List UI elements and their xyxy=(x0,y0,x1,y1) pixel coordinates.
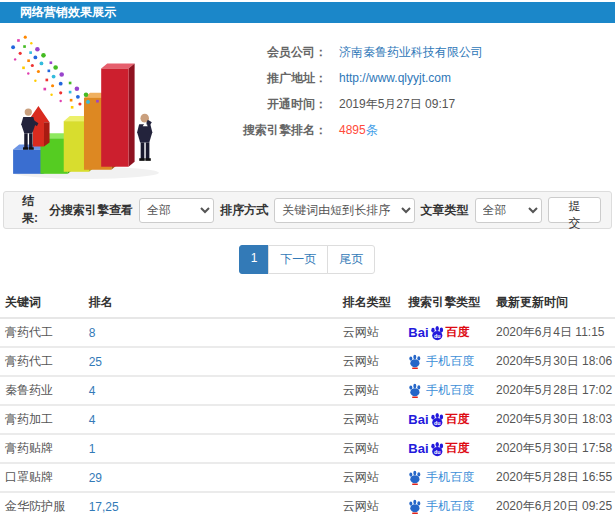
updated-cell: 2020年5月28日 17:02 xyxy=(491,376,615,405)
updated-cell: 2020年6月20日 09:25 xyxy=(491,492,615,520)
rank-type-cell: 云网站 xyxy=(338,376,404,405)
rank-type-cell: 云网站 xyxy=(338,347,404,376)
pagination: 1 下一页 尾页 xyxy=(0,245,615,274)
col-updated: 最新更新时间 xyxy=(491,288,615,318)
col-engine-type: 搜索引擎类型 xyxy=(403,288,491,318)
mobile-baidu-logo: 手机百度 xyxy=(408,382,486,399)
mobile-baidu-logo: 手机百度 xyxy=(408,498,486,515)
col-keyword: 关键词 xyxy=(0,288,84,318)
keyword-cell: 秦鲁药业 xyxy=(0,376,84,405)
rank-link[interactable]: 1 xyxy=(89,442,96,456)
baidu-paw-icon: du xyxy=(430,441,445,457)
engine-rank-unit: 条 xyxy=(366,123,378,137)
keyword-cell: 口罩贴牌 xyxy=(0,463,84,492)
mobile-baidu-logo: 手机百度 xyxy=(408,469,486,486)
rank-link[interactable]: 25 xyxy=(89,355,102,369)
keyword-rank-table: 关键词 排名 排名类型 搜索引擎类型 最新更新时间 膏药代工 8 云网站 Bai… xyxy=(0,288,615,520)
page-last[interactable]: 尾页 xyxy=(327,245,375,274)
company-link[interactable]: 济南秦鲁药业科技有限公司 xyxy=(339,44,483,61)
col-rank: 排名 xyxy=(84,288,338,318)
promo-url-link[interactable]: http://www.qlyyjt.com xyxy=(339,71,451,85)
sort-label: 排序方式 xyxy=(220,202,268,219)
open-time-value: 2019年5月27日 09:17 xyxy=(339,96,455,113)
businessman-right xyxy=(137,114,152,161)
open-time-row: 开通时间： 2019年5月27日 09:17 xyxy=(167,91,607,117)
rank-type-cell: 云网站 xyxy=(338,405,404,434)
table-body: 膏药代工 8 云网站 Bai du 百度 xyxy=(0,318,615,520)
keyword-cell: 膏药代工 xyxy=(0,318,84,347)
mobile-baidu-paw-icon xyxy=(408,470,422,485)
promo-url-label: 推广地址： xyxy=(167,70,327,87)
baidu-logo: Bai du 百度 xyxy=(408,324,486,341)
company-row: 会员公司： 济南秦鲁药业科技有限公司 xyxy=(167,39,607,65)
open-time-label: 开通时间： xyxy=(167,96,327,113)
mobile-baidu-paw-icon xyxy=(408,383,422,398)
table-row: 膏药代工 8 云网站 Bai du 百度 xyxy=(0,318,615,347)
page-title: 网络营销效果展示 xyxy=(0,2,615,23)
article-type-label: 文章类型 xyxy=(421,202,469,219)
updated-cell: 2020年5月28日 16:55 xyxy=(491,463,615,492)
svg-text:du: du xyxy=(434,448,441,454)
baidu-logo: Bai du 百度 xyxy=(408,440,486,457)
svg-text:du: du xyxy=(434,419,441,425)
rank-link[interactable]: 17,25 xyxy=(89,500,119,514)
growth-chart-illustration xyxy=(5,33,167,183)
table-row: 膏药代工 25 云网站 Bai du 百度 xyxy=(0,347,615,376)
table-row: 金华防护服 17,25 云网站 Bai du 百度 xyxy=(0,492,615,520)
filter-bar: 结果: 分搜索引擎查看 全部 排序方式 关键词由短到长排序 文章类型 全部 提交 xyxy=(3,191,612,229)
rank-link[interactable]: 29 xyxy=(89,471,102,485)
engine-rank-count: 4895 xyxy=(339,123,366,137)
table-row: 膏药贴牌 1 云网站 Bai du 百度 xyxy=(0,434,615,463)
keyword-cell: 膏药贴牌 xyxy=(0,434,84,463)
table-row: 膏药加工 4 云网站 Bai du 百度 xyxy=(0,405,615,434)
rank-link[interactable]: 4 xyxy=(89,384,96,398)
rank-type-cell: 云网站 xyxy=(338,492,404,520)
updated-cell: 2020年6月4日 11:15 xyxy=(491,318,615,347)
engine-rank-label: 搜索引擎排名： xyxy=(167,122,327,139)
page-next[interactable]: 下一页 xyxy=(268,245,328,274)
rank-link[interactable]: 4 xyxy=(89,413,96,427)
rank-type-cell: 云网站 xyxy=(338,463,404,492)
mobile-baidu-paw-icon xyxy=(408,499,422,514)
article-type-select[interactable]: 全部 xyxy=(475,198,542,223)
rank-type-cell: 云网站 xyxy=(338,318,404,347)
keyword-cell: 膏药加工 xyxy=(0,405,84,434)
col-rank-type: 排名类型 xyxy=(338,288,404,318)
baidu-paw-icon: du xyxy=(430,412,445,428)
baidu-logo: Bai du 百度 xyxy=(408,411,486,428)
updated-cell: 2020年5月30日 17:58 xyxy=(491,434,615,463)
rank-type-cell: 云网站 xyxy=(338,434,404,463)
keyword-cell: 金华防护服 xyxy=(0,492,84,520)
updated-cell: 2020年5月30日 18:06 xyxy=(491,347,615,376)
member-info: 会员公司： 济南秦鲁药业科技有限公司 推广地址： http://www.qlyy… xyxy=(167,33,607,179)
engine-filter-label: 分搜索引擎查看 xyxy=(49,202,133,219)
mobile-baidu-logo: 手机百度 xyxy=(408,353,486,370)
sort-select[interactable]: 关键词由短到长排序 xyxy=(274,198,414,223)
bar-red xyxy=(101,63,134,166)
engine-rank-row: 搜索引擎排名： 4895条 xyxy=(167,117,607,143)
summary-section: 会员公司： 济南秦鲁药业科技有限公司 推广地址： http://www.qlyy… xyxy=(0,23,615,185)
svg-text:du: du xyxy=(434,332,441,338)
keyword-cell: 膏药代工 xyxy=(0,347,84,376)
engine-filter-select[interactable]: 全部 xyxy=(139,198,214,223)
result-label: 结果: xyxy=(22,193,49,227)
page-current[interactable]: 1 xyxy=(239,245,270,274)
promo-url-row: 推广地址： http://www.qlyyjt.com xyxy=(167,65,607,91)
rank-link[interactable]: 8 xyxy=(89,326,96,340)
submit-button[interactable]: 提交 xyxy=(548,197,601,223)
mobile-baidu-paw-icon xyxy=(408,354,422,369)
company-label: 会员公司： xyxy=(167,44,327,61)
baidu-paw-icon: du xyxy=(430,325,445,341)
table-row: 秦鲁药业 4 云网站 Bai du 百度 xyxy=(0,376,615,405)
table-header-row: 关键词 排名 排名类型 搜索引擎类型 最新更新时间 xyxy=(0,288,615,318)
table-row: 口罩贴牌 29 云网站 Bai du 百度 xyxy=(0,463,615,492)
updated-cell: 2020年5月30日 18:03 xyxy=(491,405,615,434)
